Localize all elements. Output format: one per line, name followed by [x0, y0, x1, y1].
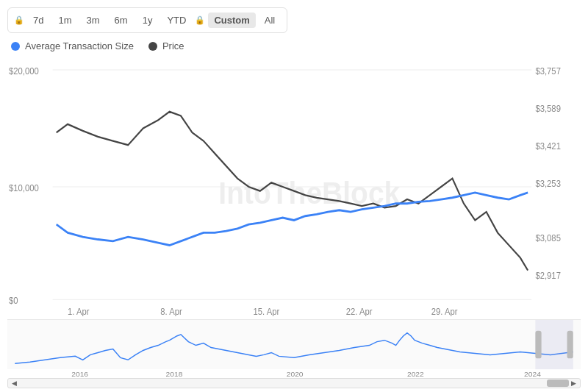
- legend-label-avg-tx: Average Transaction Size: [25, 40, 134, 51]
- y-label-3253: $3,253: [535, 178, 561, 189]
- time-btn-1y[interactable]: 1y: [137, 13, 159, 28]
- mini-handle-left[interactable]: [535, 331, 541, 359]
- price-line: [57, 112, 528, 271]
- x-label-29apr: 29. Apr: [431, 306, 458, 316]
- mini-x-label-2024: 2024: [524, 370, 541, 378]
- mini-chart-svg: 2016 2018 2020 2022 2024: [7, 320, 581, 378]
- chart-wrapper: IntoTheBlock $20,000 $10,000 $0 $3,757 $…: [7, 57, 581, 388]
- legend-avg-tx: Average Transaction Size: [11, 40, 134, 51]
- legend-dot-dark: [148, 42, 157, 51]
- time-btn-3m[interactable]: 3m: [81, 13, 106, 28]
- x-label-8apr: 8. Apr: [160, 306, 182, 316]
- lock-icon-7d: 🔒: [14, 15, 24, 25]
- mini-handle-right[interactable]: [567, 331, 573, 359]
- mini-x-label-2016: 2016: [71, 370, 88, 378]
- y-label-2917: $2,917: [535, 270, 561, 281]
- time-range-bar: 🔒 7d 1m 3m 6m 1y YTD 🔒 Custom All: [7, 7, 287, 33]
- x-label-1apr: 1. Apr: [68, 306, 89, 316]
- y-label-3589: $3,589: [535, 103, 561, 114]
- y-label-3085: $3,085: [535, 232, 561, 243]
- watermark-text: IntoTheBlock: [218, 175, 400, 210]
- time-btn-6m[interactable]: 6m: [109, 13, 134, 28]
- chart-legend: Average Transaction Size Price: [7, 40, 581, 51]
- lock-icon-custom: 🔒: [195, 15, 205, 25]
- y-label-20k: $20,000: [9, 65, 39, 76]
- scroll-arrow-right[interactable]: ▶: [569, 379, 578, 387]
- x-label-15apr: 15. Apr: [254, 306, 280, 316]
- legend-dot-blue: [11, 42, 20, 51]
- mini-chart-container: 2016 2018 2020 2022 2024: [7, 319, 581, 378]
- y-label-0: $0: [9, 295, 18, 306]
- main-container: 🔒 7d 1m 3m 6m 1y YTD 🔒 Custom All Averag…: [0, 0, 588, 392]
- y-label-3421: $3,421: [535, 140, 561, 152]
- time-btn-ytd[interactable]: YTD: [161, 13, 192, 28]
- y-label-3757: $3,757: [535, 65, 561, 76]
- mini-x-label-2022: 2022: [407, 370, 424, 378]
- main-chart-svg: IntoTheBlock $20,000 $10,000 $0 $3,757 $…: [7, 57, 581, 316]
- legend-price: Price: [148, 40, 184, 51]
- scroll-track: [8, 379, 580, 388]
- time-btn-all[interactable]: All: [259, 13, 281, 28]
- time-btn-7d[interactable]: 7d: [27, 13, 49, 28]
- mini-bg: [7, 320, 581, 369]
- time-btn-custom[interactable]: Custom: [208, 13, 255, 28]
- mini-x-label-2018: 2018: [166, 370, 183, 378]
- time-btn-1m[interactable]: 1m: [52, 13, 77, 28]
- scroll-bar[interactable]: ◀ ▶: [7, 378, 581, 388]
- legend-label-price: Price: [162, 40, 184, 51]
- mini-x-label-2020: 2020: [287, 370, 304, 378]
- main-chart-container: IntoTheBlock $20,000 $10,000 $0 $3,757 $…: [7, 57, 581, 316]
- x-label-22apr: 22. Apr: [346, 306, 373, 316]
- y-label-10k: $10,000: [9, 182, 39, 193]
- scroll-thumb[interactable]: [547, 379, 569, 387]
